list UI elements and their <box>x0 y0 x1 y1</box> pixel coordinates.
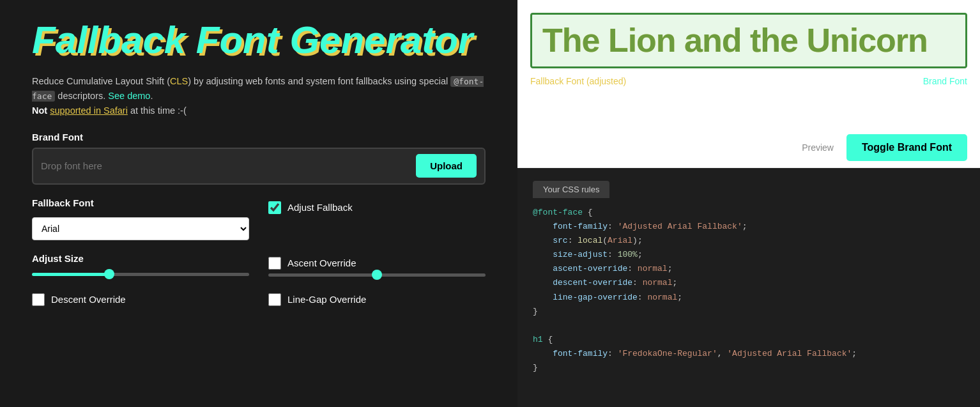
adjust-size-slider[interactable] <box>32 273 249 276</box>
css-open-brace-2: { <box>547 335 553 344</box>
css-close-brace-2: } <box>533 363 538 372</box>
options-grid: Fallback Font Arial Georgia Times New Ro… <box>32 197 486 306</box>
line-gap-override-label: Line-Gap Override <box>287 294 366 305</box>
preview-labels: Fallback Font (adjusted) Brand Font <box>530 75 967 88</box>
css-line-descent: descent-override: normal; <box>533 278 677 288</box>
fallback-font-label: Fallback Font <box>32 197 249 208</box>
css-rules-tab: Your CSS rules <box>533 181 609 198</box>
css-code-block: @font-face { font-family: 'Adjusted Aria… <box>533 206 965 375</box>
css-line-line-gap: line-gap-override: normal; <box>533 293 682 302</box>
adjust-fallback-row: Adjust Fallback <box>268 197 486 214</box>
css-line-size-adjust: size-adjust: 100%; <box>533 250 643 259</box>
css-line-font-family: font-family: 'Adjusted Arial Fallback'; <box>533 222 747 231</box>
app-title: Fallback Font Generator <box>32 19 486 61</box>
descent-override-row: Descent Override <box>32 289 249 306</box>
css-line-src: src: local(Arial); <box>533 236 643 245</box>
css-h1-selector: h1 <box>533 335 543 344</box>
preview-area: The Lion and the Unicorn The Lion and th… <box>517 0 980 128</box>
css-panel: Your CSS rules @font-face { font-family:… <box>517 168 980 407</box>
ascent-override-checkbox[interactable] <box>268 257 281 270</box>
demo-link[interactable]: See demo <box>108 91 150 101</box>
upload-area: Drop font here Upload <box>32 148 486 185</box>
fallback-font-select[interactable]: Arial Georgia Times New Roman Verdana He… <box>32 217 249 240</box>
adjust-fallback-checkbox-label: Adjust Fallback <box>287 202 353 213</box>
ascent-override-slider[interactable] <box>268 273 486 277</box>
desc-text-4: . <box>150 91 153 101</box>
ascent-override-row: Ascent Override <box>268 253 486 270</box>
adjust-size-label: Adjust Size <box>32 253 249 264</box>
toggle-bar: Preview Toggle Brand Font <box>517 128 980 168</box>
ascent-override-group: Ascent Override <box>268 253 486 277</box>
adjust-size-group: Adjust Size <box>32 253 249 276</box>
css-close-brace-1: } <box>533 307 538 316</box>
css-open-brace-1: { <box>588 208 593 217</box>
css-line-h1-font-family: font-family: 'FredokaOne-Regular', 'Adju… <box>533 349 857 358</box>
toggle-brand-font-button[interactable]: Toggle Brand Font <box>846 134 967 161</box>
adjust-fallback-group: Adjust Fallback <box>268 197 486 214</box>
cls-link[interactable]: CLS <box>170 76 188 86</box>
desc-text-3: descriptors. <box>55 91 108 101</box>
desc-text-2: ) by adjusting web fonts and system font… <box>188 76 450 86</box>
line-gap-override-checkbox[interactable] <box>268 293 281 306</box>
fallback-font-group: Fallback Font Arial Georgia Times New Ro… <box>32 197 249 240</box>
desc-text-1: Reduce Cumulative Layout Shift ( <box>32 76 170 86</box>
brand-font-section: Brand Font Drop font here Upload <box>32 132 486 185</box>
font-preview-box: The Lion and the Unicorn The Lion and th… <box>530 13 967 68</box>
left-panel: Fallback Font Generator Reduce Cumulativ… <box>0 0 517 407</box>
preview-text-green: The Lion and the Unicorn <box>542 22 928 59</box>
ascent-override-label: Ascent Override <box>287 257 356 268</box>
brand-font-preview-label: Brand Font <box>923 76 967 86</box>
safari-link[interactable]: supported in Safari <box>50 105 128 116</box>
brand-font-label: Brand Font <box>32 132 486 142</box>
line-gap-override-row: Line-Gap Override <box>268 289 486 306</box>
preview-label: Preview <box>802 142 834 153</box>
preview-text-wrapper: The Lion and the Unicorn The Lion and th… <box>542 22 955 59</box>
warning-end: at this time :-( <box>128 105 187 116</box>
warning-text: Not <box>32 105 50 116</box>
adjust-fallback-checkbox[interactable] <box>268 201 281 214</box>
descent-override-checkbox[interactable] <box>32 293 45 306</box>
css-at-keyword: @font-face <box>533 208 583 217</box>
upload-placeholder: Drop font here <box>41 160 102 171</box>
descent-override-label: Descent Override <box>51 294 126 305</box>
fallback-font-preview-label: Fallback Font (adjusted) <box>530 76 626 86</box>
upload-button[interactable]: Upload <box>416 154 477 178</box>
description: Reduce Cumulative Layout Shift (CLS) by … <box>32 74 486 119</box>
css-line-ascent: ascent-override: normal; <box>533 264 672 273</box>
right-panel: The Lion and the Unicorn The Lion and th… <box>517 0 980 407</box>
